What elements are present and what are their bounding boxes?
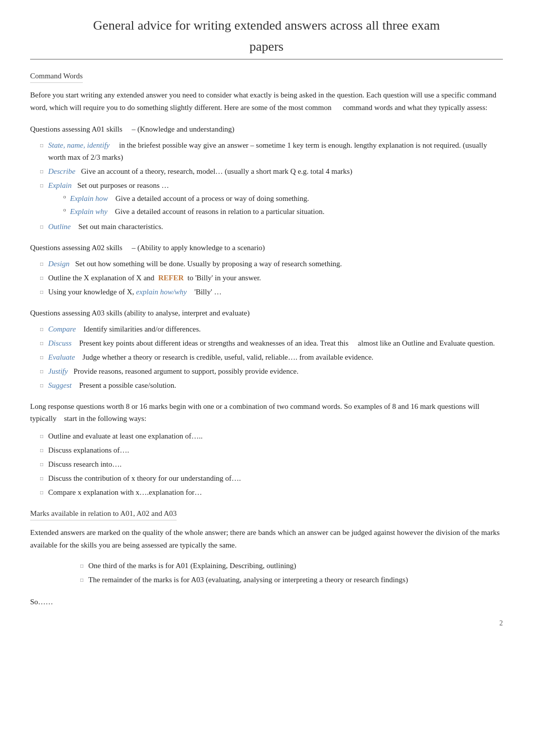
- long-response-list: □ Outline and evaluate at least one expl…: [40, 430, 503, 498]
- command-words-section: Command Words Before you start writing a…: [30, 70, 503, 114]
- list-item: □ Outline Set out main characteristics.: [40, 221, 503, 233]
- title-line1: General advice for writing extended answ…: [93, 18, 440, 33]
- cmd-state: State, name, identify: [48, 141, 109, 149]
- sub-list-item: o Explain how Give a detailed account of…: [63, 192, 324, 204]
- item-content: Evaluate Judge whether a theory or resea…: [48, 351, 373, 363]
- bullet-icon: □: [40, 168, 45, 176]
- bullet-icon: □: [40, 142, 45, 150]
- bullet-icon: □: [40, 489, 45, 497]
- marks-heading: Marks available in relation to A01, A02 …: [30, 507, 177, 520]
- cmd-explain-how-why: explain how/why: [136, 288, 187, 296]
- item-content: Compare x explanation with x….explanatio…: [48, 486, 202, 498]
- long-response-section: Long response questions worth 8 or 16 ma…: [30, 400, 503, 499]
- item-content: Outline Set out main characteristics.: [48, 221, 163, 233]
- bullet-icon: □: [40, 433, 45, 441]
- page-title: General advice for writing extended answ…: [30, 15, 503, 60]
- bullet-icon: □: [40, 368, 45, 376]
- a01-label-text: Questions assessing A01 skills: [30, 125, 122, 133]
- list-item: □ Outline the X explanation of X and REF…: [40, 272, 503, 284]
- list-item: □ Discuss the contribution of x theory f…: [40, 472, 503, 484]
- bullet-icon: □: [80, 576, 85, 584]
- bullet-icon: □: [40, 461, 45, 469]
- item-content: Outline and evaluate at least one explan…: [48, 430, 203, 442]
- item-content: Justify Provide reasons, reasoned argume…: [48, 365, 299, 377]
- marks-heading-text: Marks available in relation to A01, A02 …: [30, 509, 177, 517]
- list-item: □ The remainder of the marks is for A03 …: [80, 574, 503, 586]
- item-content: The remainder of the marks is for A03 (e…: [88, 574, 408, 586]
- page-num-text: 2: [499, 619, 503, 627]
- command-words-heading: Command Words: [30, 70, 83, 83]
- sub-item-content: Explain how Give a detailed account of a…: [70, 192, 309, 204]
- a03-label-text: Questions assessing A03 skills (ability …: [30, 309, 249, 317]
- bullet-icon: □: [40, 447, 45, 455]
- cmd-discuss: Discuss: [48, 339, 72, 347]
- bullet-icon: □: [40, 382, 45, 390]
- a02-label: Questions assessing A02 skills – (Abilit…: [30, 242, 503, 254]
- sub-bullet: o: [63, 192, 66, 201]
- item-content: Outline the X explanation of X and REFER…: [48, 272, 261, 284]
- a01-label-suffix: – (Knowledge and understanding): [132, 125, 235, 133]
- bullet-icon: □: [40, 274, 45, 282]
- so-line: So……: [30, 596, 503, 608]
- a02-list: □ Design Set out how something will be d…: [40, 258, 503, 298]
- page-number: 2: [30, 618, 503, 629]
- a01-section: Questions assessing A01 skills – (Knowle…: [30, 123, 503, 233]
- list-item: □ Discuss research into….: [40, 458, 503, 470]
- item-content: Suggest Present a possible case/solution…: [48, 379, 176, 391]
- cmd-explain-how: Explain how: [70, 194, 108, 202]
- list-item: □ Describe Give an account of a theory, …: [40, 165, 503, 177]
- bullet-icon: □: [40, 288, 45, 296]
- a03-list: □ Compare Identify similarities and/or d…: [40, 323, 503, 391]
- item-content: Compare Identify similarities and/or dif…: [48, 323, 201, 335]
- cmd-compare: Compare: [48, 325, 76, 333]
- sub-list-item: o Explain why Give a detailed account of…: [63, 205, 324, 218]
- so-text: So……: [30, 598, 53, 606]
- bullet-icon: □: [40, 475, 45, 483]
- sub-bullet: o: [63, 205, 66, 214]
- cmd-explain: Explain: [48, 181, 72, 189]
- refer-highlight: REFER: [158, 274, 184, 282]
- command-words-label: Command Words: [30, 72, 83, 80]
- a01-label: Questions assessing A01 skills – (Knowle…: [30, 123, 503, 135]
- list-item: □ Using your knowledge of X, explain how…: [40, 286, 503, 298]
- list-item: □ Design Set out how something will be d…: [40, 258, 503, 270]
- bullet-icon: □: [40, 354, 45, 362]
- item-content: One third of the marks is for A01 (Expla…: [88, 560, 296, 572]
- list-item: □ Discuss Present key points about diffe…: [40, 337, 503, 349]
- bullet-icon: □: [40, 223, 45, 231]
- title-line2: papers: [249, 39, 284, 54]
- cmd-outline: Outline: [48, 223, 71, 231]
- a02-section: Questions assessing A02 skills – (Abilit…: [30, 242, 503, 298]
- list-item: □ Outline and evaluate at least one expl…: [40, 430, 503, 442]
- list-item: □ State, name, identify in the briefest …: [40, 139, 503, 163]
- list-item: □ Compare x explanation with x….explanat…: [40, 486, 503, 498]
- bullet-icon: □: [40, 260, 45, 268]
- cmd-describe: Describe: [48, 167, 75, 175]
- item-content: Design Set out how something will be don…: [48, 258, 342, 270]
- list-item: □ Evaluate Judge whether a theory or res…: [40, 351, 503, 363]
- item-content: Discuss the contribution of x theory for…: [48, 472, 241, 484]
- explain-sub-list: o Explain how Give a detailed account of…: [63, 192, 324, 218]
- item-content: State, name, identify in the briefest po…: [48, 139, 503, 163]
- bullet-icon: □: [40, 182, 45, 190]
- list-item: □ Justify Provide reasons, reasoned argu…: [40, 365, 503, 377]
- cmd-justify: Justify: [48, 367, 68, 375]
- item-content: Describe Give an account of a theory, re…: [48, 165, 352, 177]
- list-item: □ Explain Set out purposes or reasons … …: [40, 179, 503, 219]
- intro-paragraph: Before you start writing any extended an…: [30, 89, 503, 114]
- a02-label-text: Questions assessing A02 skills: [30, 244, 122, 252]
- bullet-icon: □: [80, 562, 85, 570]
- marks-para: Extended answers are marked on the quali…: [30, 526, 503, 552]
- marks-list: □ One third of the marks is for A01 (Exp…: [80, 560, 503, 586]
- sub-item-content: Explain why Give a detailed account of r…: [70, 205, 325, 218]
- a01-list: □ State, name, identify in the briefest …: [40, 139, 503, 233]
- item-content: Discuss Present key points about differe…: [48, 337, 495, 349]
- item-content: Discuss explanations of….: [48, 444, 129, 456]
- bullet-icon: □: [40, 340, 45, 348]
- cmd-explain-why: Explain why: [70, 207, 108, 215]
- a02-label-suffix: – (Ability to apply knowledge to a scena…: [132, 244, 265, 252]
- cmd-evaluate: Evaluate: [48, 353, 75, 361]
- list-item: □ One third of the marks is for A01 (Exp…: [80, 560, 503, 572]
- a03-section: Questions assessing A03 skills (ability …: [30, 307, 503, 391]
- marks-section: Marks available in relation to A01, A02 …: [30, 507, 503, 586]
